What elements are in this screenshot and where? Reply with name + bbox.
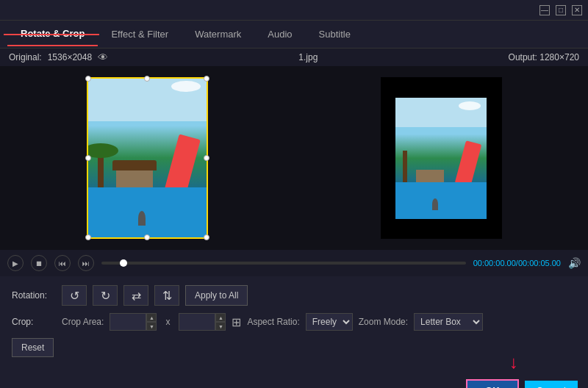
ok-button[interactable]: OK bbox=[466, 379, 519, 388]
tab-rotate-crop[interactable]: Rotate & Crop bbox=[7, 22, 98, 46]
stop-button[interactable]: ⏹ bbox=[31, 255, 47, 271]
width-decrement[interactable]: ▼ bbox=[146, 322, 157, 331]
tab-bar: Rotate & Crop Effect & Filter Watermark … bbox=[0, 21, 588, 48]
rotation-row: Rotation: ↺ ↻ ⇄ ⇅ Apply to All bbox=[12, 285, 576, 306]
output-label: Output: bbox=[509, 52, 537, 62]
rotate-right-button[interactable]: ↻ bbox=[93, 285, 118, 306]
output-image bbox=[395, 98, 487, 219]
preview-info-bar: Original: 1536×2048 👁 1.jpg Output: 1280… bbox=[0, 48, 588, 66]
current-time: 00:00:00.00 bbox=[473, 259, 516, 267]
reset-button[interactable]: Reset bbox=[12, 338, 54, 357]
width-input-wrapper: 1536 ▲ ▼ bbox=[110, 313, 157, 331]
aspect-ratio-select[interactable]: Freely 16:9 4:3 1:1 9:16 bbox=[306, 313, 353, 331]
seek-thumb[interactable] bbox=[120, 259, 127, 267]
crop-area-label: Crop Area: bbox=[62, 317, 104, 327]
original-size: 1536×2048 bbox=[48, 52, 92, 62]
next-frame-button[interactable]: ⏭ bbox=[78, 255, 94, 271]
cancel-button[interactable]: Cancel bbox=[525, 381, 578, 388]
close-button[interactable]: ✕ bbox=[572, 5, 582, 15]
preview-area: Original: 1536×2048 👁 1.jpg Output: 1280… bbox=[0, 48, 588, 276]
play-button[interactable]: ▶ bbox=[7, 255, 24, 271]
preview-right bbox=[294, 66, 588, 250]
volume-icon[interactable]: 🔊 bbox=[568, 257, 581, 269]
tab-watermark[interactable]: Watermark bbox=[182, 23, 254, 46]
source-image bbox=[87, 77, 208, 239]
minimize-button[interactable]: — bbox=[539, 5, 550, 15]
time-display: 00:00:00.00/00:00:05.00 bbox=[473, 259, 561, 267]
aspect-ratio-label: Aspect Ratio: bbox=[247, 317, 299, 327]
flip-vertical-button[interactable]: ⇅ bbox=[154, 285, 179, 306]
total-time: 00:00:05.00 bbox=[518, 259, 561, 267]
original-label: Original: bbox=[9, 52, 42, 62]
timeline-bar: ▶ ⏹ ⏮ ⏭ 00:00:00.00/00:00:05.00 🔊 bbox=[0, 250, 588, 276]
rotation-label: Rotation: bbox=[12, 290, 56, 301]
title-bar: — □ ✕ bbox=[0, 0, 588, 21]
preview-content bbox=[0, 66, 588, 250]
tab-subtitle[interactable]: Subtitle bbox=[306, 23, 364, 46]
zoom-mode-label: Zoom Mode: bbox=[359, 317, 408, 327]
rotate-left-button[interactable]: ↺ bbox=[62, 285, 87, 306]
expand-icon[interactable]: ⊞ bbox=[232, 315, 241, 329]
bottom-bar: OK Cancel bbox=[0, 373, 588, 388]
dimension-separator: x bbox=[165, 317, 170, 327]
height-increment[interactable]: ▲ bbox=[215, 313, 226, 322]
bottom-section: ↓ OK Cancel bbox=[0, 373, 588, 388]
crop-height-input[interactable]: 2048 bbox=[179, 313, 215, 331]
filename: 1.jpg bbox=[298, 52, 318, 62]
crop-width-input[interactable]: 1536 bbox=[110, 313, 146, 331]
output-size: 1280×720 bbox=[539, 52, 579, 62]
preview-left bbox=[0, 66, 294, 250]
height-input-wrapper: 2048 ▲ ▼ bbox=[179, 313, 226, 331]
prev-frame-button[interactable]: ⏮ bbox=[54, 255, 71, 271]
controls-area: Rotation: ↺ ↻ ⇄ ⇅ Apply to All Crop: Cro… bbox=[0, 276, 588, 373]
seek-bar[interactable] bbox=[101, 262, 466, 265]
reset-row: Reset bbox=[12, 338, 576, 357]
height-spinners: ▲ ▼ bbox=[215, 313, 226, 331]
window-controls: — □ ✕ bbox=[539, 5, 582, 15]
tab-effect-filter[interactable]: Effect & Filter bbox=[98, 23, 182, 46]
eye-icon[interactable]: 👁 bbox=[98, 51, 108, 63]
apply-all-button[interactable]: Apply to All bbox=[185, 285, 248, 306]
output-preview bbox=[381, 77, 502, 239]
tab-audio[interactable]: Audio bbox=[254, 23, 305, 46]
width-spinners: ▲ ▼ bbox=[146, 313, 157, 331]
height-decrement[interactable]: ▼ bbox=[215, 322, 226, 331]
maximize-button[interactable]: □ bbox=[556, 5, 566, 15]
original-info: Original: 1536×2048 👁 bbox=[9, 51, 108, 63]
crop-row: Crop: Crop Area: 1536 ▲ ▼ x 2048 ▲ ▼ ⊞ A… bbox=[12, 313, 576, 331]
width-increment[interactable]: ▲ bbox=[146, 313, 157, 322]
zoom-mode-select[interactable]: Letter Box Pan & Scan Full bbox=[414, 313, 483, 331]
crop-label: Crop: bbox=[12, 317, 56, 327]
output-info: Output: 1280×720 bbox=[509, 52, 579, 62]
crop-container[interactable] bbox=[87, 77, 208, 239]
flip-horizontal-button[interactable]: ⇄ bbox=[123, 285, 148, 306]
